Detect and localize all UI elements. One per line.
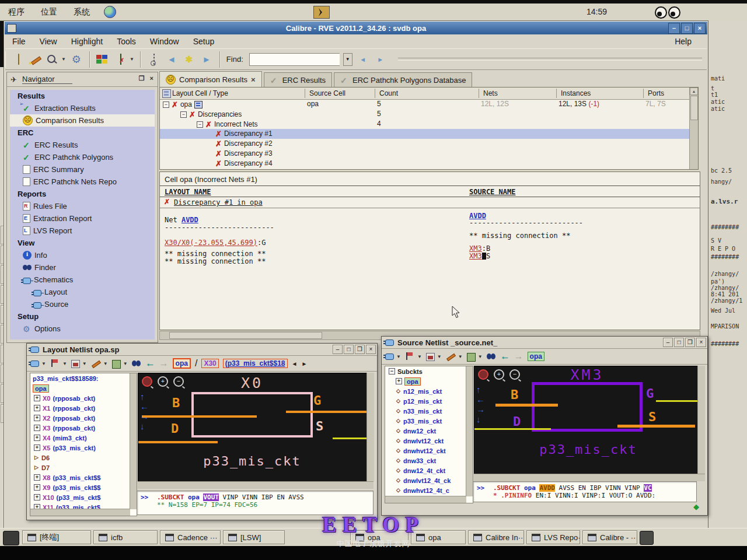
results-tab[interactable]: ERC Pathchk Polygons Database×: [334, 72, 472, 87]
navigator-item[interactable]: Extraction Results: [10, 102, 155, 114]
close-button[interactable]: ×: [694, 23, 706, 34]
result-tree-row[interactable]: Discrepancy #1: [160, 129, 690, 139]
result-tree-row[interactable]: −Discrepancies5: [160, 109, 690, 119]
zoom-area-icon[interactable]: [153, 54, 155, 65]
taskbar-button[interactable]: Cadence ···: [160, 530, 221, 544]
netlist-tree-item[interactable]: ◇p33_mis_ckt: [385, 416, 473, 426]
expander-icon[interactable]: −: [163, 102, 169, 108]
navigator-item[interactable]: View: [10, 237, 155, 249]
menu-item[interactable]: Setup: [186, 36, 222, 47]
wire-b[interactable]: [495, 404, 558, 407]
navigator-item[interactable]: Info: [10, 249, 155, 261]
window-menu-icon[interactable]: [7, 24, 16, 33]
result-tree-row[interactable]: Discrepancy #4: [160, 159, 690, 169]
taskbar-start-icon[interactable]: [3, 531, 19, 545]
netlist-tree-item[interactable]: opa: [30, 383, 137, 393]
pan-arrows[interactable]: ↑←→↓: [476, 385, 485, 424]
taskbar-button[interactable]: LVS Repo···: [526, 530, 580, 544]
netlist-tree-item[interactable]: +X2(rpposab_ckt): [30, 413, 137, 423]
expander-icon[interactable]: +: [34, 484, 40, 491]
breadcrumb-cell[interactable]: opa: [528, 352, 544, 361]
minimize-button[interactable]: –: [663, 338, 673, 347]
tab-close-icon[interactable]: ×: [251, 75, 256, 84]
find-next-icon[interactable]: ►: [374, 54, 388, 65]
close-button[interactable]: ×: [366, 345, 376, 354]
taskbar-button[interactable]: [终端]: [22, 530, 91, 544]
back-icon[interactable]: ←: [501, 351, 510, 362]
result-tree-row[interactable]: −Incorrect Nets4: [160, 119, 690, 129]
taskbar-button[interactable]: [LSW]: [223, 530, 285, 544]
netlist-tree-item[interactable]: +X0(rpposab_ckt): [30, 393, 137, 403]
forward-icon[interactable]: →: [159, 358, 169, 369]
clear-highlight-icon[interactable]: [120, 54, 121, 65]
expander-icon[interactable]: ▷: [34, 465, 39, 470]
navigator-item[interactable]: ERC Pathchk Nets Repo: [10, 176, 155, 188]
navigator-item[interactable]: LVS Report: [10, 225, 155, 237]
zoom-select-icon[interactable]: [142, 376, 152, 387]
navigator-item[interactable]: Layout: [10, 286, 155, 298]
result-tree-row[interactable]: Discrepancy #3: [160, 149, 690, 159]
gnome-menu[interactable]: 系统: [65, 7, 98, 18]
expander-icon[interactable]: ◇: [396, 488, 401, 493]
navigator-item[interactable]: Options: [10, 323, 155, 335]
netlist-tree-item[interactable]: +X5(p33_mis_ckt): [30, 443, 137, 453]
display-options-icon[interactable]: [426, 353, 435, 361]
tree-hscrollbar[interactable]: [385, 496, 466, 503]
expander-icon[interactable]: ◇: [396, 418, 401, 424]
expander-icon[interactable]: ◇: [396, 408, 401, 414]
forward-icon[interactable]: →: [514, 351, 523, 362]
expander-icon[interactable]: +: [34, 494, 40, 501]
source-instance-link[interactable]: XM3: [469, 252, 482, 260]
netlist-tree-item[interactable]: ◇dnw12_ckt: [385, 426, 473, 436]
tree-options-icon[interactable]: [50, 359, 60, 368]
source-schematic-canvas[interactable]: + − ↑←→↓ XM3 B D G S p33_mis_ckt: [474, 366, 699, 475]
find-input[interactable]: [249, 53, 340, 66]
netlist-tree-item[interactable]: +X10(p33_mis_ckt$: [30, 492, 137, 502]
navigator-item[interactable]: Rules File: [10, 200, 155, 212]
canvas-hscrollbar[interactable]: [474, 474, 705, 481]
restore-button[interactable]: ❒: [355, 345, 365, 354]
expander-icon[interactable]: ◇: [396, 388, 401, 394]
back-icon[interactable]: ←: [146, 358, 155, 369]
navigator-item[interactable]: ERC Summary: [10, 163, 155, 176]
netlist-tree-item[interactable]: ◇dnwhvt12_ckt: [385, 446, 473, 456]
crumb-prev-icon[interactable]: ◄: [292, 360, 298, 367]
navigator-dock-close-icons[interactable]: ❐ ×: [139, 75, 155, 82]
menu-item[interactable]: View: [33, 36, 64, 47]
zoom-select-icon[interactable]: [478, 369, 488, 380]
expander-icon[interactable]: ▷: [34, 455, 39, 460]
netlist-tree-item[interactable]: ◇dnwlvt12_4t_ck: [385, 475, 473, 485]
taskbar-button[interactable]: icfb: [93, 530, 158, 544]
instance-icon[interactable]: [467, 353, 476, 362]
zoom-tool-icon[interactable]: [46, 54, 60, 65]
netlist-tree-item[interactable]: +X3(rpposab_ckt): [30, 423, 137, 433]
expander-icon[interactable]: ◇: [396, 468, 401, 473]
source-netlist-titlebar[interactable]: Source Netlist _source.net_ – □ ❒ ×: [382, 337, 707, 349]
expander-icon[interactable]: −: [389, 368, 395, 374]
menu-item[interactable]: Highlight: [64, 36, 110, 47]
taskbar-end-icon[interactable]: [640, 531, 654, 545]
results-tab[interactable]: Comparison Results×: [159, 71, 262, 87]
column-config-icon[interactable]: [162, 89, 171, 98]
taskbar-button[interactable]: Calibre In···: [468, 530, 524, 544]
expander-icon[interactable]: ◇: [396, 458, 401, 463]
netlist-tree-item[interactable]: +opa: [385, 376, 473, 386]
expander-icon[interactable]: ◇: [396, 398, 401, 404]
breadcrumb-instance[interactable]: X30: [201, 359, 218, 368]
highlight-colors-icon[interactable]: [96, 55, 108, 64]
expander-icon[interactable]: +: [396, 378, 402, 384]
menu-item[interactable]: Window: [143, 36, 186, 47]
symbol-box[interactable]: [191, 392, 313, 438]
breadcrumb-type[interactable]: (p33_mis_ckt$$18: [223, 359, 288, 368]
open-icon[interactable]: [18, 54, 19, 65]
maximize-button[interactable]: □: [674, 338, 684, 347]
netlist-tree-item[interactable]: ◇n33_mis_ckt: [385, 406, 473, 416]
navigator-item[interactable]: Results: [10, 90, 155, 102]
netlist-tree-item[interactable]: ◇dnwlvt12_ckt: [385, 436, 473, 446]
wire-d[interactable]: [138, 441, 218, 443]
tree-vscrollbar[interactable]: [130, 373, 137, 509]
center-result-icon[interactable]: ✱: [182, 54, 196, 65]
zoom-out-icon[interactable]: −: [509, 369, 520, 380]
pan-arrows[interactable]: ↑←→↓: [140, 392, 149, 430]
discrepancy-link[interactable]: Discrepancy #1 in opa: [174, 198, 263, 206]
